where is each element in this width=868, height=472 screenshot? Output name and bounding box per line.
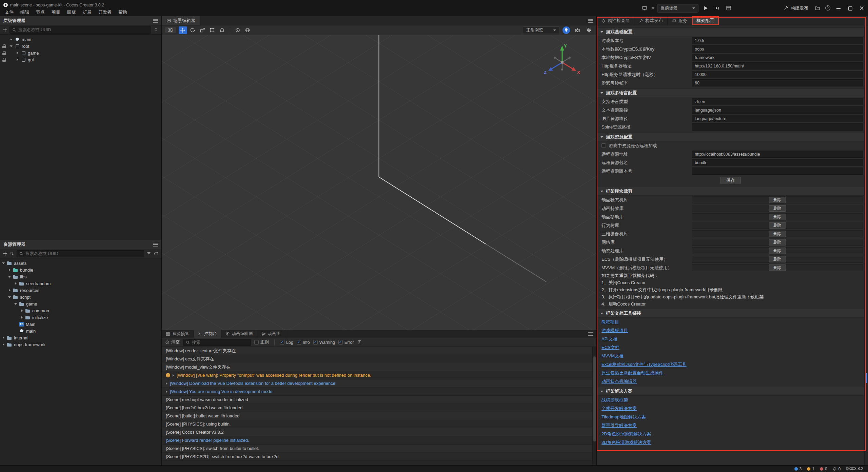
config-input[interactable] xyxy=(692,79,863,86)
asset-node[interactable]: game xyxy=(0,300,161,307)
hierarchy-node[interactable]: gui xyxy=(0,56,161,63)
preview-device-icon[interactable] xyxy=(640,4,649,12)
module-delete-button[interactable]: 删除 xyxy=(769,248,786,254)
lock-icon[interactable] xyxy=(2,44,6,48)
chevron-icon[interactable] xyxy=(14,302,17,306)
log-filter-checkbox[interactable]: Error xyxy=(338,340,354,345)
log-row[interactable]: [Scene] meshopt wasm decoder initialized xyxy=(162,396,592,404)
asset-node[interactable]: seedrandom xyxy=(0,280,161,287)
chevron-icon[interactable] xyxy=(2,343,5,346)
asset-node[interactable]: oops-framework xyxy=(0,341,161,348)
log-row[interactable]: [Scene] [box2d]:box2d wasm lib loaded. xyxy=(162,404,592,412)
console-scrollbar[interactable] xyxy=(592,347,596,465)
log-row[interactable]: [Window] You are running Vue in developm… xyxy=(162,388,592,396)
config-input[interactable] xyxy=(692,54,863,61)
module-delete-button[interactable]: 删除 xyxy=(769,239,786,245)
asset-node[interactable]: TS Main xyxy=(0,321,161,328)
asset-node[interactable]: common xyxy=(0,307,161,314)
asset-node[interactable]: libs xyxy=(0,273,161,280)
doc-link[interactable]: 教程项目 xyxy=(601,319,619,325)
play-button[interactable] xyxy=(701,4,710,12)
expand-chevron-icon[interactable] xyxy=(166,382,167,385)
inspector-scrollbar[interactable] xyxy=(864,25,868,465)
log-row[interactable]: [Window] model_view文件夹存在 xyxy=(162,363,592,371)
config-input[interactable] xyxy=(692,45,863,53)
asset-node[interactable]: initialize xyxy=(0,314,161,321)
solution-link[interactable]: 战棋游戏框架 xyxy=(601,397,628,403)
doc-link[interactable]: MVVM文档 xyxy=(601,353,624,359)
view-mode-select[interactable]: 正常浏览 xyxy=(523,26,559,34)
log-row[interactable]: [Scene] Forward render pipeline initiali… xyxy=(162,436,592,445)
build-publish-button[interactable]: 构建发布 xyxy=(780,3,812,13)
camera-settings-icon[interactable] xyxy=(573,26,581,34)
lighting-toggle-icon[interactable] xyxy=(563,26,570,34)
collapse-all-icon[interactable] xyxy=(154,27,158,32)
preview-window-button[interactable] xyxy=(724,4,733,12)
doc-link[interactable]: 动画状态机编辑器 xyxy=(601,378,637,385)
panel-menu-icon[interactable] xyxy=(153,243,158,247)
section-module-trim[interactable]: 框架模块裁剪 xyxy=(597,187,864,196)
log-filter-checkbox[interactable]: Log xyxy=(280,340,293,345)
module-delete-button[interactable]: 删除 xyxy=(769,231,786,237)
console-search-input[interactable] xyxy=(192,340,248,345)
log-row[interactable]: [Scene] [PHYSICS]: using builtin. xyxy=(162,420,592,428)
section-doc-links[interactable]: 框架文档工具链接 xyxy=(597,309,864,318)
module-delete-button[interactable]: 删除 xyxy=(769,256,786,262)
menu-item[interactable]: 面板 xyxy=(64,9,79,15)
menu-item[interactable]: 编辑 xyxy=(17,9,33,15)
log-row[interactable]: [Scene] [PHYSICS]: switch from builtin t… xyxy=(162,445,592,453)
config-input[interactable] xyxy=(692,98,863,105)
module-delete-button[interactable]: 删除 xyxy=(769,264,786,271)
doc-link[interactable]: ECS文档 xyxy=(601,345,619,351)
config-input[interactable] xyxy=(692,115,863,122)
log-filter-checkbox[interactable]: Warning xyxy=(313,340,335,345)
panel-menu-icon[interactable] xyxy=(153,19,158,23)
scrollbar-thumb[interactable] xyxy=(593,356,596,441)
log-row[interactable]: [Scene] [bullet]:bullet wasm lib loaded. xyxy=(162,412,592,420)
module-delete-button[interactable]: 删除 xyxy=(769,205,786,212)
projection-toggle[interactable]: 3D xyxy=(165,27,176,33)
save-button[interactable]: 保存 xyxy=(721,177,741,184)
section-resource-config[interactable]: 游戏资源配置 xyxy=(597,133,864,141)
tab-animation-editor[interactable]: 动画编辑器 xyxy=(221,330,258,338)
refresh-icon[interactable] xyxy=(154,251,158,256)
solution-link[interactable]: 2D角色扮演游戏解决方案 xyxy=(601,431,651,437)
open-folder-icon[interactable] xyxy=(813,4,822,12)
section-solutions[interactable]: 框架解决方案 xyxy=(597,387,864,396)
asset-node[interactable]: main xyxy=(0,328,161,334)
move-tool-icon[interactable] xyxy=(179,26,187,34)
panel-menu-icon[interactable] xyxy=(588,332,593,336)
menu-item[interactable]: 文件 xyxy=(1,9,17,15)
asset-node[interactable]: resources xyxy=(0,287,161,294)
log-row[interactable]: [Window] ecs文件夹存在 xyxy=(162,355,592,363)
menu-item[interactable]: 帮助 xyxy=(115,9,131,15)
config-input[interactable] xyxy=(692,62,863,70)
hierarchy-search-input[interactable] xyxy=(18,27,149,32)
add-node-button[interactable] xyxy=(3,28,7,32)
panel-menu-icon[interactable] xyxy=(588,19,593,23)
tab-inspector[interactable]: 属性检查器 xyxy=(597,16,634,25)
config-input[interactable] xyxy=(692,159,863,166)
module-delete-button[interactable]: 删除 xyxy=(769,197,786,203)
step-button[interactable] xyxy=(713,4,722,12)
menu-item[interactable]: 节点 xyxy=(33,9,48,15)
lock-icon[interactable] xyxy=(2,51,6,55)
log-row[interactable]: [Window] [Vue warn]: Property "onInput" … xyxy=(162,371,592,379)
hierarchy-node[interactable]: root xyxy=(0,43,161,50)
asset-node[interactable]: assets xyxy=(0,260,161,267)
chevron-icon[interactable] xyxy=(8,289,11,292)
notification-count-badge[interactable]: 0 xyxy=(833,467,841,471)
chevron-icon[interactable] xyxy=(2,262,5,265)
tab-scene-editor[interactable]: 场景编辑器 xyxy=(162,16,200,25)
tab-build-publish[interactable]: 构建发布 xyxy=(634,16,668,25)
chevron-icon[interactable] xyxy=(10,45,13,48)
config-input[interactable] xyxy=(692,151,863,158)
warning-count-badge[interactable]: 1 xyxy=(807,467,814,471)
maximize-button[interactable] xyxy=(845,3,855,13)
tab-service[interactable]: 服务 xyxy=(668,16,692,25)
chevron-icon[interactable] xyxy=(20,316,23,319)
menu-item[interactable]: 扩展 xyxy=(79,9,95,15)
log-row[interactable]: [Scene] Cocos Creator v3.8.2 xyxy=(162,428,592,436)
hierarchy-node[interactable]: game xyxy=(0,50,161,56)
coordinate-toggle-icon[interactable] xyxy=(243,26,252,34)
